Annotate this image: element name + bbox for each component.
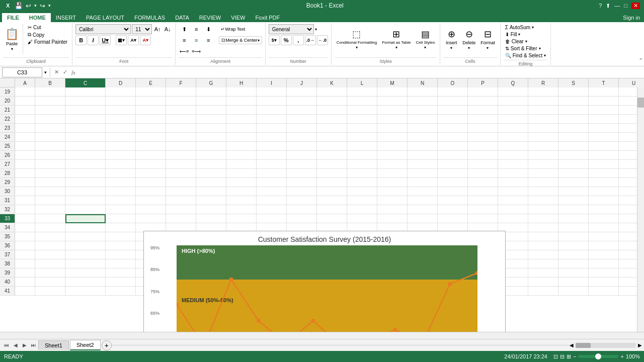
cell-o33[interactable] [438,214,468,223]
cell-s21[interactable] [558,106,589,115]
cell-t38[interactable] [589,259,619,268]
chart-container[interactable]: Customer Satisfaction Survey (2015-2016)… [143,231,506,332]
cell-s32[interactable] [558,205,589,214]
cell-q25[interactable] [498,142,528,151]
row-num-40[interactable]: 40 [0,278,15,286]
cell-d23[interactable] [106,124,136,133]
col-header-g[interactable]: G [196,78,226,87]
cell-a41[interactable] [15,287,35,296]
cell-r39[interactable] [528,268,558,278]
cell-t35[interactable] [589,232,619,241]
cell-f32[interactable] [166,205,196,214]
cell-n29[interactable] [408,178,438,187]
cell-o19[interactable] [438,87,468,97]
cell-b23[interactable] [35,124,65,133]
cell-h28[interactable] [226,169,257,178]
cell-t37[interactable] [589,250,619,259]
zoom-plus[interactable]: + [620,353,623,359]
cell-d41[interactable] [106,287,136,296]
cell-g21[interactable] [196,106,226,115]
copy-button[interactable]: ⧉ Copy [26,31,69,38]
cell-d39[interactable] [106,268,136,278]
cell-l23[interactable] [347,124,377,133]
cell-a29[interactable] [15,178,35,187]
cell-c30[interactable] [65,187,106,196]
cell-h26[interactable] [226,151,257,160]
cell-s28[interactable] [558,169,589,178]
cell-b33[interactable] [35,214,65,223]
hscroll-left[interactable]: ◀ [570,342,574,348]
tab-view[interactable]: VIEW [226,13,250,22]
col-header-l[interactable]: L [347,78,377,87]
cell-g27[interactable] [196,160,226,169]
cell-p22[interactable] [468,115,498,124]
hscroll-thumb[interactable] [576,343,591,348]
paste-dropdown[interactable]: ▾ [11,47,13,51]
cell-m23[interactable] [377,124,408,133]
cell-b29[interactable] [35,178,65,187]
close-icon[interactable]: ✕ [631,3,640,9]
cell-m33[interactable] [377,214,408,223]
cell-r33[interactable] [528,214,558,223]
cell-c23[interactable] [65,124,106,133]
cell-g23[interactable] [196,124,226,133]
col-header-t[interactable]: T [589,78,619,87]
cell-i24[interactable] [257,133,287,142]
cell-k27[interactable] [317,160,347,169]
sheet-nav-first[interactable]: ⏮ [2,341,11,350]
cell-c31[interactable] [65,196,106,205]
cell-k26[interactable] [317,151,347,160]
find-select-dropdown[interactable]: ▾ [544,53,546,58]
cell-j30[interactable] [287,187,317,196]
cell-d24[interactable] [106,133,136,142]
cell-j33[interactable] [287,214,317,223]
cell-t39[interactable] [589,268,619,278]
align-left-button[interactable]: ≡ [179,35,190,45]
cell-t20[interactable] [589,97,619,106]
cell-c32[interactable] [65,205,106,214]
cell-b30[interactable] [35,187,65,196]
align-top-button[interactable]: ⬆ [179,24,190,34]
cell-o30[interactable] [438,187,468,196]
cell-styles-button[interactable]: ▤ Cell Styles ▾ [414,24,437,54]
cell-p32[interactable] [468,205,498,214]
cell-d28[interactable] [106,169,136,178]
col-header-e[interactable]: E [136,78,166,87]
col-header-u[interactable]: U [619,78,644,87]
row-num-22[interactable]: 22 [0,115,15,123]
align-right-button[interactable]: ≡ [203,35,214,45]
row-num-24[interactable]: 24 [0,133,15,141]
cell-r23[interactable] [528,124,558,133]
cell-n19[interactable] [408,87,438,97]
row-num-25[interactable]: 25 [0,142,15,150]
cell-k32[interactable] [317,205,347,214]
cell-i30[interactable] [257,187,287,196]
cell-b39[interactable] [35,268,65,278]
cell-e32[interactable] [136,205,166,214]
cell-q20[interactable] [498,97,528,106]
cell-h32[interactable] [226,205,257,214]
cell-s19[interactable] [558,87,589,97]
page-break-view-button[interactable]: ⊞ [567,353,571,360]
cell-s37[interactable] [558,250,589,259]
cell-c35[interactable] [65,232,106,241]
row-num-19[interactable]: 19 [0,87,15,96]
cell-b34[interactable] [35,223,65,232]
cell-a28[interactable] [15,169,35,178]
cell-a27[interactable] [15,160,35,169]
cell-a37[interactable] [15,250,35,259]
cell-a23[interactable] [15,124,35,133]
sheet-nav-next[interactable]: ▶ [20,341,29,350]
formula-dropdown-icon[interactable]: ▾ [44,70,47,75]
cell-r19[interactable] [528,87,558,97]
cell-t32[interactable] [589,205,619,214]
clear-button[interactable]: 🗑 Clear ▾ [504,38,547,45]
col-header-k[interactable]: K [317,78,347,87]
conditional-formatting-dropdown[interactable]: ▾ [356,45,358,50]
cell-g25[interactable] [196,142,226,151]
cell-s40[interactable] [558,278,589,287]
row-num-28[interactable]: 28 [0,169,15,177]
cell-q30[interactable] [498,187,528,196]
cell-m20[interactable] [377,97,408,106]
cell-r26[interactable] [528,151,558,160]
